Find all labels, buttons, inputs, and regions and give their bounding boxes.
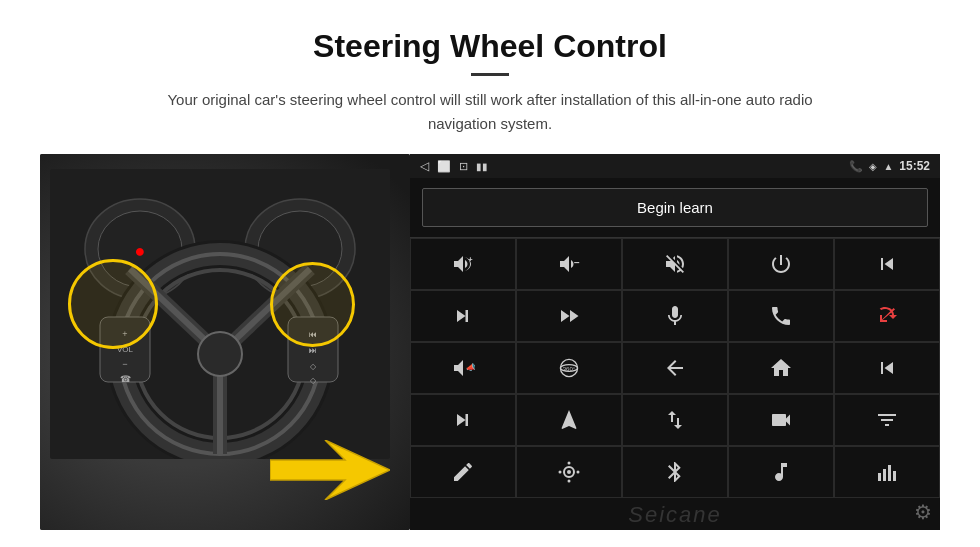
pen-cell[interactable] xyxy=(410,446,516,498)
svg-text:+: + xyxy=(468,255,473,264)
android-screen: ◁ ⬜ ⊡ ▮▮ 📞 ◈ ▲ 15:52 Begin learn xyxy=(410,154,940,530)
highlight-circle-right xyxy=(270,262,355,347)
status-bar: ◁ ⬜ ⊡ ▮▮ 📞 ◈ ▲ 15:52 xyxy=(410,154,940,178)
clock: 15:52 xyxy=(899,159,930,173)
signal-icon: ▮▮ xyxy=(476,161,488,172)
svg-text:−: − xyxy=(574,257,580,268)
svg-text:📣: 📣 xyxy=(466,362,475,372)
steering-wheel-image: ● xyxy=(40,154,410,530)
vol-up-cell[interactable]: + xyxy=(410,238,516,290)
svg-text:●: ● xyxy=(135,241,146,261)
svg-rect-43 xyxy=(893,471,896,481)
highlight-circle-left xyxy=(68,259,158,349)
swap-cell[interactable] xyxy=(622,394,728,446)
svg-point-36 xyxy=(568,462,571,465)
svg-rect-42 xyxy=(888,465,891,481)
page-container: Steering Wheel Control Your original car… xyxy=(0,0,980,547)
title-section: Steering Wheel Control Your original car… xyxy=(40,28,940,136)
settings-dot-cell[interactable] xyxy=(516,446,622,498)
status-right: 📞 ◈ ▲ 15:52 xyxy=(849,159,930,173)
watermark: Seicane xyxy=(410,498,940,530)
location-status-icon: ◈ xyxy=(869,161,877,172)
back-nav-icon[interactable]: ◁ xyxy=(420,159,429,173)
phone-status-icon: 📞 xyxy=(849,160,863,173)
audio-bars-cell[interactable] xyxy=(834,446,940,498)
phone-end-cell[interactable] xyxy=(834,290,940,342)
svg-text:◇: ◇ xyxy=(310,362,317,371)
360-view-cell[interactable]: 360° xyxy=(516,342,622,394)
skip-back-cell[interactable] xyxy=(834,342,940,394)
recents-nav-icon[interactable]: ⊡ xyxy=(459,160,468,173)
svg-text:360°: 360° xyxy=(563,366,576,372)
control-icon-grid: + − xyxy=(410,237,940,498)
home-nav-icon[interactable]: ⬜ xyxy=(437,160,451,173)
svg-point-35 xyxy=(567,470,571,474)
svg-point-38 xyxy=(559,471,562,474)
begin-learn-button[interactable]: Begin learn xyxy=(422,188,928,227)
subtitle: Your original car's steering wheel contr… xyxy=(140,88,840,136)
status-left: ◁ ⬜ ⊡ ▮▮ xyxy=(420,159,488,173)
fast-forward-cell[interactable] xyxy=(516,290,622,342)
content-area: ● xyxy=(40,154,940,530)
svg-point-39 xyxy=(577,471,580,474)
wifi-status-icon: ▲ xyxy=(883,161,893,172)
navigation-cell[interactable] xyxy=(516,394,622,446)
next-track-cell[interactable] xyxy=(410,290,516,342)
music-cell[interactable] xyxy=(728,446,834,498)
svg-text:⏭: ⏭ xyxy=(309,346,317,355)
back-cell[interactable] xyxy=(622,342,728,394)
bluetooth-cell[interactable] xyxy=(622,446,728,498)
vol-down-cell[interactable]: − xyxy=(516,238,622,290)
power-cell[interactable] xyxy=(728,238,834,290)
camera-cell[interactable] xyxy=(728,394,834,446)
phone-call-cell[interactable] xyxy=(728,290,834,342)
begin-learn-row: Begin learn xyxy=(410,178,940,237)
svg-text:−: − xyxy=(122,359,127,369)
vol-mute-cell[interactable] xyxy=(622,238,728,290)
page-title: Steering Wheel Control xyxy=(40,28,940,65)
svg-text:☎: ☎ xyxy=(120,374,131,384)
svg-point-16 xyxy=(198,332,242,376)
home-cell[interactable] xyxy=(728,342,834,394)
title-divider xyxy=(471,73,509,76)
svg-rect-41 xyxy=(883,469,886,481)
settings-gear-icon[interactable]: ⚙ xyxy=(914,500,932,524)
mic-cell[interactable] xyxy=(622,290,728,342)
horn-cell[interactable]: 📣 xyxy=(410,342,516,394)
svg-point-37 xyxy=(568,480,571,483)
svg-text:◇: ◇ xyxy=(310,376,317,385)
equalizer-cell[interactable] xyxy=(834,394,940,446)
svg-rect-40 xyxy=(878,473,881,481)
svg-marker-27 xyxy=(270,440,390,500)
prev-track-cell[interactable] xyxy=(834,238,940,290)
skip-forward-cell[interactable] xyxy=(410,394,516,446)
yellow-arrow xyxy=(270,440,390,500)
